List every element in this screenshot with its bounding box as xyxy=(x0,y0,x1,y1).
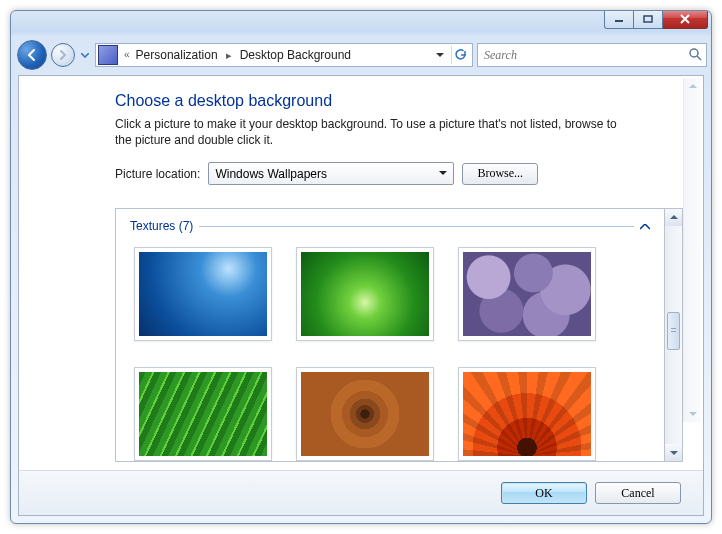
thumb-wood[interactable] xyxy=(296,367,434,461)
location-icon xyxy=(98,45,118,65)
main-scroll-up-button[interactable] xyxy=(684,78,701,95)
breadcrumb-desktop-background[interactable]: Desktop Background xyxy=(236,44,355,66)
search-icon xyxy=(688,47,702,64)
thumbnails-grid xyxy=(130,247,650,461)
svg-rect-1 xyxy=(644,16,652,22)
forward-button[interactable] xyxy=(51,43,75,67)
gallery-wrapper: Textures (7) xyxy=(115,208,683,462)
page-title: Choose a desktop background xyxy=(115,92,683,110)
client-area: Choose a desktop background Click a pict… xyxy=(18,75,704,516)
scroll-up-button[interactable] xyxy=(665,209,682,226)
picture-location-dropdown[interactable]: Windows Wallpapers xyxy=(208,162,454,185)
thumb-fish[interactable] xyxy=(134,247,272,341)
browse-button[interactable]: Browse... xyxy=(462,163,538,185)
picture-location-label: Picture location: xyxy=(115,167,200,181)
scroll-thumb[interactable] xyxy=(667,312,680,350)
thumb-flower[interactable] xyxy=(458,367,596,461)
refresh-button[interactable] xyxy=(451,46,470,64)
chevron-back-icon[interactable]: « xyxy=(122,44,130,66)
address-dropdown-button[interactable] xyxy=(431,46,449,64)
svg-line-3 xyxy=(697,56,701,60)
thumb-grass[interactable] xyxy=(296,247,434,341)
svg-rect-0 xyxy=(615,20,623,22)
breadcrumb-personalization[interactable]: Personalization xyxy=(132,44,222,66)
group-header-label: Textures (7) xyxy=(130,219,193,233)
group-header[interactable]: Textures (7) xyxy=(130,219,650,233)
scroll-down-button[interactable] xyxy=(665,444,682,461)
close-button[interactable] xyxy=(663,10,708,29)
picture-location-value: Windows Wallpapers xyxy=(215,167,327,181)
back-button[interactable] xyxy=(17,40,47,70)
cancel-button[interactable]: Cancel xyxy=(595,482,681,504)
thumb-leaf[interactable] xyxy=(134,367,272,461)
thumb-stones[interactable] xyxy=(458,247,596,341)
chevron-right-icon[interactable]: ▸ xyxy=(224,44,234,66)
gallery-scrollbar[interactable] xyxy=(665,208,683,462)
footer: OK Cancel xyxy=(19,470,703,515)
recent-pages-dropdown[interactable] xyxy=(79,44,91,66)
caption-buttons xyxy=(604,10,708,29)
picture-location-row: Picture location: Windows Wallpapers Bro… xyxy=(115,162,683,185)
chevron-up-icon xyxy=(640,221,650,232)
main-content: Choose a desktop background Click a pict… xyxy=(19,76,703,470)
window-frame: « Personalization ▸ Desktop Background C… xyxy=(10,10,712,524)
search-input[interactable] xyxy=(482,47,688,64)
group-divider xyxy=(199,226,634,227)
main-scrollbar[interactable] xyxy=(683,78,701,422)
address-bar[interactable]: « Personalization ▸ Desktop Background xyxy=(95,43,473,67)
maximize-button[interactable] xyxy=(634,10,663,29)
search-box[interactable] xyxy=(477,43,707,67)
scroll-track[interactable] xyxy=(665,226,682,444)
chevron-down-icon xyxy=(435,166,451,182)
minimize-button[interactable] xyxy=(604,10,634,29)
ok-button[interactable]: OK xyxy=(501,482,587,504)
main-scroll-down-button[interactable] xyxy=(684,405,701,422)
navigation-row: « Personalization ▸ Desktop Background xyxy=(11,39,711,73)
svg-point-2 xyxy=(690,49,698,57)
page-description: Click a picture to make it your desktop … xyxy=(115,116,635,148)
title-bar[interactable] xyxy=(11,11,711,39)
wallpaper-gallery: Textures (7) xyxy=(115,208,665,462)
